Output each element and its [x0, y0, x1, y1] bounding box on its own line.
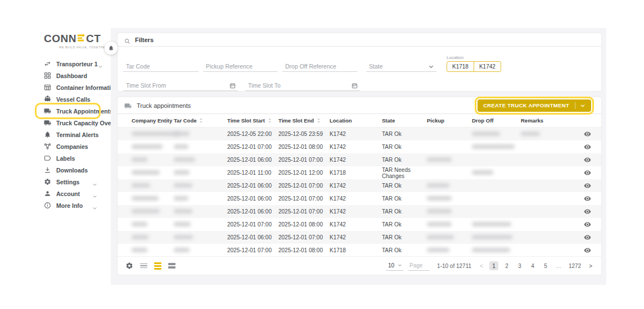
page-number-3[interactable]: 3 [515, 261, 524, 270]
page-number-1272[interactable]: 1272 [567, 261, 583, 270]
sidebar-item-more-info[interactable]: More Info [37, 199, 98, 211]
time-slot-end-cell: 2025-12-01 07:00 [278, 196, 330, 202]
redacted-text [174, 222, 191, 226]
column-header-time-slot-end[interactable]: Time Slot End [278, 117, 330, 124]
sidebar-item-label: Transporteur 1 [56, 61, 98, 67]
chevron-down-icon [92, 179, 97, 184]
filters-panel: Filters Tar CodePickup ReferenceDrop Off… [117, 33, 602, 92]
sidebar-item-dashboard[interactable]: Dashboard [37, 70, 98, 81]
sidebar-item-truck-capacity-overview[interactable]: Truck Capacity Overview [37, 117, 98, 129]
rows-per-page-select[interactable]: 10 [386, 261, 403, 271]
location-cell: K1742 [330, 208, 382, 215]
sidebar-item-vessel-calls[interactable]: Vessel Calls [37, 93, 98, 105]
column-header-tar-code[interactable]: Tar Code [174, 117, 227, 124]
sidebar-item-container-information[interactable]: Container Information [37, 81, 98, 93]
sidebar-item-truck-appointments[interactable]: Truck Appointments [37, 105, 98, 117]
state-field[interactable]: State [366, 60, 436, 72]
sidebar-item-transporteur-1[interactable]: Transporteur 1 [37, 58, 98, 70]
redacted-text [174, 183, 192, 188]
column-header-time-slot-start[interactable]: Time Slot Start [227, 117, 278, 124]
chevron-down-icon [92, 203, 97, 208]
view-row-eye-button[interactable] [580, 182, 595, 189]
view-row-eye-button[interactable] [580, 234, 595, 241]
button-divider [575, 102, 575, 109]
time-slot-from-field[interactable]: Time Slot From [123, 79, 238, 91]
redacted-text [472, 170, 493, 175]
pickup-reference-field[interactable]: Pickup Reference [203, 60, 278, 72]
time-slot-end-cell: 2025-12-01 07:00 [278, 157, 330, 163]
sidebar-item-label: Downloads [56, 167, 97, 174]
sidebar-item-labels[interactable]: Labels [37, 152, 98, 164]
column-label: Remarks [521, 117, 543, 124]
page-number-2[interactable]: 2 [502, 261, 511, 270]
column-header-drop-off: Drop Off [472, 117, 521, 124]
view-row-eye-button[interactable] [580, 221, 595, 228]
density-compact-icon[interactable] [140, 263, 147, 269]
time-slot-start-cell: 2025-12-01 07:00 [227, 247, 278, 253]
view-row-eye-button[interactable] [580, 195, 595, 202]
notifications-bell-button[interactable] [105, 42, 118, 54]
drop-off-reference-field[interactable]: Drop Off Reference [282, 60, 358, 72]
view-row-eye-button[interactable] [580, 247, 595, 254]
redacted-text [132, 157, 147, 162]
table-settings-gear-icon[interactable] [125, 262, 133, 270]
column-label: Pickup [427, 117, 444, 124]
page-input[interactable] [408, 261, 430, 271]
sidebar-item-downloads[interactable]: Downloads [37, 164, 98, 176]
location-cell: K1742 [330, 183, 382, 189]
logo-text-left: CONN [44, 33, 76, 45]
sidebar-item-settings[interactable]: Settings [37, 176, 98, 188]
app-window: CONN CT WE BUILD VALUE, TOGETHER. Transp… [35, 28, 606, 285]
redacted-cell [472, 221, 521, 228]
page-number-4[interactable]: 4 [528, 261, 537, 270]
redacted-cell [174, 157, 227, 163]
time-slot-end-cell: 2025-12-01 07:00 [278, 183, 330, 189]
sidebar-item-label: Terminal Alerts [56, 131, 98, 138]
redacted-cell [472, 170, 521, 176]
truck-appointments-panel: Truck appointments CREATE TRUCK APPOINTM… [117, 97, 602, 275]
view-row-eye-button[interactable] [580, 143, 595, 151]
create-truck-appointment-button[interactable]: CREATE TRUCK APPOINTMENT [478, 99, 591, 112]
density-standard-icon-selected[interactable] [154, 262, 161, 270]
info-icon [44, 202, 51, 209]
next-page-arrow[interactable]: > [588, 263, 593, 269]
sidebar-item-terminal-alerts[interactable]: Terminal Alerts [37, 129, 98, 140]
page-number-5[interactable]: 5 [541, 261, 550, 270]
redacted-cell [132, 183, 174, 189]
location-chip-k1718[interactable]: K1718 [447, 61, 474, 72]
table-row: 2025-12-05 22:002025-12-05 23:59K1742TAR… [118, 128, 601, 140]
location-chips: K1718K1742 [447, 61, 501, 72]
redacted-cell [132, 247, 174, 253]
swap-horizontal-icon [44, 60, 51, 67]
redacted-text [427, 235, 454, 239]
density-comfortable-icon[interactable] [168, 263, 175, 269]
chevron-down-icon [92, 191, 97, 196]
sidebar-item-label: Truck Appointments [56, 108, 113, 115]
redacted-text [427, 222, 452, 226]
state-cell: TAR Ok [382, 247, 427, 253]
redacted-text [174, 248, 190, 252]
sort-icon [267, 118, 272, 123]
prev-page-arrow[interactable]: < [479, 263, 484, 269]
bell-icon [44, 131, 51, 138]
gear-icon [44, 178, 51, 185]
sidebar-item-account[interactable]: Account [37, 188, 98, 199]
calendar-icon [352, 83, 358, 89]
time-slot-end-cell: 2025-12-01 08:00 [278, 221, 330, 228]
page-number-1[interactable]: 1 [489, 261, 498, 270]
filters-header[interactable]: Filters [118, 33, 601, 47]
view-row-eye-button[interactable] [580, 208, 595, 215]
redacted-cell [427, 221, 472, 228]
time-slot-start-cell: 2025-12-05 22:00 [227, 131, 278, 137]
redacted-cell [427, 157, 472, 163]
table-tools [125, 262, 386, 270]
view-row-eye-button[interactable] [580, 130, 595, 138]
chevron-down-icon [580, 103, 586, 108]
tar-code-field[interactable]: Tar Code [123, 60, 199, 72]
sidebar-item-companies[interactable]: Companies [37, 140, 98, 152]
location-chip-k1742[interactable]: K1742 [474, 61, 501, 72]
time-slot-to-field[interactable]: Time Slot To [245, 79, 360, 91]
redacted-cell [174, 144, 227, 150]
view-row-eye-button[interactable] [580, 156, 595, 163]
view-row-eye-button[interactable] [580, 169, 595, 176]
